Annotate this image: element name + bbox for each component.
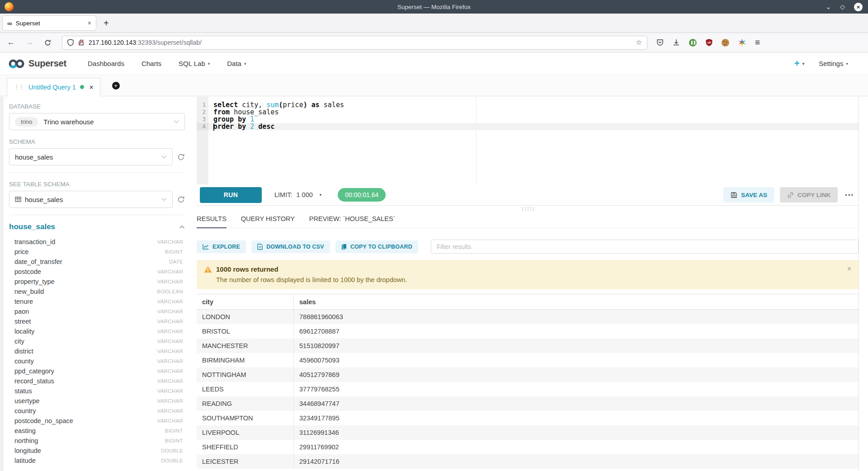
schema-column-row[interactable]: county VARCHAR bbox=[9, 356, 185, 366]
copy-clipboard-button[interactable]: COPY TO CLIPBOARD bbox=[335, 240, 418, 253]
svg-text:uB: uB bbox=[708, 41, 712, 44]
window-close-button[interactable]: × bbox=[854, 3, 863, 11]
schema-column-row[interactable]: postcode VARCHAR bbox=[9, 267, 185, 277]
schema-column-row[interactable]: new_build BOOLEAN bbox=[9, 287, 185, 297]
add-query-tab-button[interactable]: + bbox=[112, 82, 120, 89]
browser-tabstrip: ∞ Superset × + bbox=[0, 14, 868, 33]
multicolor-asterisk-extension-icon[interactable] bbox=[738, 39, 746, 47]
cookie-extension-icon[interactable] bbox=[722, 39, 729, 47]
collapse-table-icon[interactable] bbox=[179, 225, 185, 229]
refresh-schemas-icon[interactable] bbox=[177, 153, 185, 161]
shield-icon[interactable] bbox=[67, 39, 74, 46]
table-row: LONDON788861960063 bbox=[197, 310, 859, 324]
table-row: SOUTHAMPTON32349177895 bbox=[197, 411, 859, 425]
alert-close-icon[interactable]: × bbox=[847, 265, 851, 273]
app: Superset — Mozilla Firefox ⌄ ◇ × ∞ Super… bbox=[0, 0, 868, 471]
limit-dropdown[interactable]: LIMIT: 1 000 ▾ bbox=[274, 191, 321, 198]
window-minimize-button[interactable]: ⌄ bbox=[826, 4, 831, 10]
column-name: transaction_id bbox=[14, 238, 55, 245]
warning-triangle-icon bbox=[204, 266, 212, 273]
back-button[interactable]: ← bbox=[7, 38, 15, 47]
reload-button[interactable] bbox=[44, 39, 51, 46]
privacy-badger-icon[interactable] bbox=[689, 39, 697, 47]
line-number: 3 bbox=[197, 116, 208, 123]
sql-line[interactable]: select city, sum(price) as sales bbox=[208, 101, 859, 108]
ublock-icon[interactable]: uB bbox=[706, 39, 712, 46]
query-tab[interactable]: ⋮⋮ Untitled Query 1 × bbox=[7, 78, 100, 96]
filter-results-input[interactable] bbox=[431, 240, 859, 254]
schema-column-row[interactable]: usertype VARCHAR bbox=[9, 396, 185, 406]
schema-column-row[interactable]: tenure VARCHAR bbox=[9, 297, 185, 306]
query-tab-title: Untitled Query 1 bbox=[28, 84, 76, 91]
lock-slash-icon[interactable] bbox=[78, 39, 85, 46]
bookmark-star-icon[interactable]: ☆ bbox=[636, 38, 642, 47]
forward-button[interactable]: → bbox=[26, 38, 33, 47]
schema-column-row[interactable]: longitude DOUBLE bbox=[9, 446, 185, 456]
tab-query-history[interactable]: QUERY HISTORY bbox=[241, 215, 295, 228]
refresh-tables-icon[interactable] bbox=[177, 196, 185, 203]
download-csv-button[interactable]: DOWNLOAD TO CSV bbox=[251, 240, 330, 253]
download-icon[interactable] bbox=[673, 39, 680, 46]
run-button[interactable]: RUN bbox=[200, 187, 262, 203]
navbar-item[interactable]: Charts bbox=[133, 60, 170, 67]
schema-column-row[interactable]: price BIGINT bbox=[9, 247, 185, 257]
hamburger-menu-icon[interactable]: ≡ bbox=[755, 38, 760, 47]
schema-column-row[interactable]: ppd_category VARCHAR bbox=[9, 366, 185, 376]
schema-column-row[interactable]: date_of_transfer DATE bbox=[9, 257, 185, 267]
table-select[interactable]: house_sales bbox=[9, 191, 173, 208]
schema-column-row[interactable]: country VARCHAR bbox=[9, 406, 185, 416]
divider bbox=[9, 172, 185, 173]
sql-line[interactable]: from house_sales bbox=[208, 108, 859, 116]
database-select[interactable]: trino Trino warehouse bbox=[9, 113, 185, 130]
new-tab-button[interactable]: + bbox=[104, 18, 109, 28]
tab-results[interactable]: RESULTS bbox=[197, 215, 226, 228]
column-header-city[interactable]: city bbox=[197, 298, 293, 306]
brand-name[interactable]: Superset bbox=[28, 58, 66, 69]
cell-sales: 29142071716 bbox=[293, 454, 859, 469]
settings-menu[interactable]: Settings ▾ bbox=[819, 60, 848, 67]
more-actions-button[interactable]: ••• bbox=[845, 192, 854, 198]
column-name: new_build bbox=[14, 288, 44, 295]
schema-column-row[interactable]: status VARCHAR bbox=[9, 386, 185, 396]
column-type: VARCHAR bbox=[157, 398, 183, 404]
schema-column-row[interactable]: district VARCHAR bbox=[9, 346, 185, 356]
navbar-item[interactable]: Dashboards bbox=[79, 60, 133, 67]
sql-line[interactable]: order by 2 desc bbox=[208, 123, 859, 130]
pocket-icon[interactable] bbox=[656, 39, 664, 46]
explore-button[interactable]: EXPLORE bbox=[197, 240, 246, 253]
browser-tab-close-icon[interactable]: × bbox=[88, 19, 91, 27]
schema-column-row[interactable]: locality VARCHAR bbox=[9, 326, 185, 336]
schema-column-row[interactable]: record_status VARCHAR bbox=[9, 376, 185, 386]
sql-editor[interactable]: 1234 select city, sum(price) as salesfro… bbox=[197, 97, 859, 184]
schema-column-row[interactable]: latitude DOUBLE bbox=[9, 456, 185, 466]
sidebar-scrollbar[interactable] bbox=[0, 97, 4, 471]
new-item-menu[interactable]: + ▾ bbox=[794, 58, 804, 69]
schema-column-row[interactable]: transaction_id VARCHAR bbox=[9, 237, 185, 247]
navbar-item[interactable]: SQL Lab ▾ bbox=[170, 60, 218, 67]
column-header-sales[interactable]: sales bbox=[293, 294, 859, 309]
drag-grip-icon[interactable]: ⋮⋮ bbox=[14, 84, 24, 90]
schema-select[interactable]: house_sales bbox=[9, 148, 173, 165]
window-maximize-button[interactable]: ◇ bbox=[840, 4, 845, 10]
tab-preview-table[interactable]: PREVIEW: `HOUSE_SALES` bbox=[309, 215, 396, 228]
save-as-button[interactable]: SAVE AS bbox=[723, 187, 774, 203]
sql-line[interactable]: group by 1 bbox=[208, 116, 859, 123]
schema-column-row[interactable]: street VARCHAR bbox=[9, 316, 185, 326]
column-name: usertype bbox=[14, 397, 40, 405]
schema-column-row[interactable]: property_type VARCHAR bbox=[9, 277, 185, 287]
cell-sales: 69612708887 bbox=[293, 324, 859, 339]
url-bar[interactable]: 217.160.120.143:32393/superset/sqllab/ ☆ bbox=[62, 36, 647, 50]
pane-resize-handle[interactable] bbox=[197, 206, 859, 212]
navbar-item[interactable]: Data ▾ bbox=[218, 60, 255, 67]
schema-column-row[interactable]: northing BIGINT bbox=[9, 436, 185, 446]
browser-tab[interactable]: ∞ Superset × bbox=[2, 15, 96, 31]
schema-column-row[interactable]: city VARCHAR bbox=[9, 336, 185, 346]
query-tab-close-icon[interactable]: × bbox=[90, 83, 94, 91]
table-name-heading[interactable]: house_sales bbox=[9, 222, 55, 231]
copy-link-button[interactable]: COPY LINK bbox=[780, 187, 838, 203]
schema-column-row[interactable]: easting BIGINT bbox=[9, 426, 185, 436]
editor-code[interactable]: select city, sum(price) as salesfrom hou… bbox=[208, 97, 859, 184]
schema-column-row[interactable]: postcode_no_space VARCHAR bbox=[9, 416, 185, 426]
schema-column-row[interactable]: paon VARCHAR bbox=[9, 306, 185, 316]
superset-favicon-icon: ∞ bbox=[7, 20, 12, 27]
